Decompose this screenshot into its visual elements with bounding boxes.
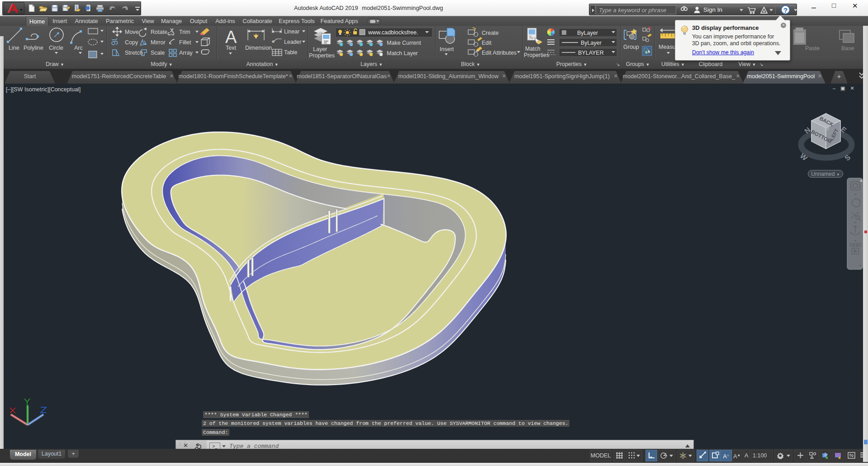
svg-text:Array: Array — [179, 50, 193, 56]
svg-text:A: A — [225, 28, 237, 47]
svg-text:Copy: Copy — [125, 39, 138, 46]
svg-text:Paste: Paste — [805, 45, 820, 52]
svg-text:Trim: Trim — [179, 29, 190, 35]
svg-text:Edit Attributes: Edit Attributes — [482, 50, 517, 56]
svg-text:Edit: Edit — [482, 40, 492, 46]
svg-text:Rotate: Rotate — [151, 29, 167, 35]
svg-text:Circle: Circle — [49, 45, 63, 51]
svg-text:Arc: Arc — [74, 45, 83, 51]
svg-text:Line: Line — [9, 45, 19, 51]
svg-text:Mirror: Mirror — [151, 39, 166, 46]
svg-text:www.cadblocksfree.: www.cadblocksfree. — [368, 29, 418, 36]
svg-text:Dimension: Dimension — [245, 45, 272, 51]
svg-text:Match: Match — [525, 46, 541, 52]
svg-text:Move: Move — [125, 29, 139, 35]
svg-text:Table: Table — [284, 49, 298, 56]
svg-text:Stretch: Stretch — [125, 50, 143, 56]
svg-text:Layer: Layer — [313, 46, 327, 52]
svg-text:Polyline: Polyline — [24, 45, 43, 51]
svg-text:Leader: Leader — [284, 39, 301, 45]
svg-text:Match Layer: Match Layer — [387, 50, 418, 56]
svg-text:Properties: Properties — [309, 52, 335, 59]
svg-text:ByLayer: ByLayer — [577, 30, 598, 36]
svg-text:Insert: Insert — [440, 46, 454, 52]
svg-text:ByLayer: ByLayer — [581, 40, 602, 46]
svg-text:Group: Group — [623, 44, 639, 50]
svg-text:Fillet: Fillet — [179, 39, 191, 46]
svg-text:Text: Text — [226, 45, 236, 51]
svg-text:Make Current: Make Current — [387, 40, 421, 46]
svg-text:Create: Create — [482, 30, 499, 36]
svg-text:Properties: Properties — [524, 52, 549, 58]
svg-text:Linear: Linear — [284, 28, 299, 35]
svg-text:Base: Base — [841, 45, 854, 52]
svg-text:Scale: Scale — [151, 50, 165, 56]
svg-text:BYLAYER: BYLAYER — [578, 50, 604, 56]
